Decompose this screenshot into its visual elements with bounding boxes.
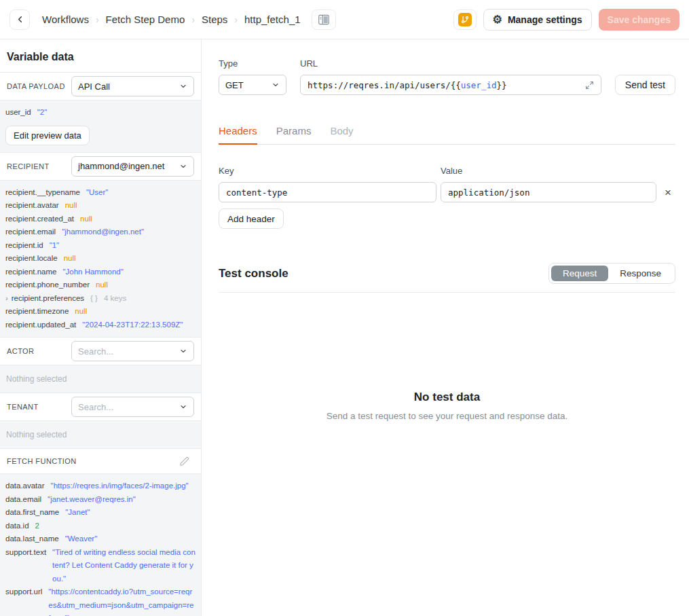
variable-key: data.last_name: [5, 532, 59, 546]
toggle-request-button[interactable]: Request: [551, 266, 608, 281]
breadcrumb-workflows[interactable]: Workflows: [42, 14, 89, 25]
recipient-select[interactable]: jhammond@ingen.net: [71, 156, 194, 177]
key-label: Key: [219, 166, 441, 176]
request-config-row: Type GET URL https://reqres.in/api/users…: [219, 58, 675, 95]
header-kv-labels: Key Value: [219, 166, 675, 176]
variable-row: data.id2: [5, 520, 195, 533]
variable-value: null: [64, 252, 76, 266]
actor-search-select[interactable]: Search...: [71, 341, 194, 361]
fetch-function-label: FETCH FUNCTION: [7, 457, 77, 465]
breadcrumb-separator: ›: [191, 14, 195, 25]
tenant-label: TENANT: [7, 403, 39, 411]
git-branch-icon: [458, 13, 472, 26]
variable-row: data.first_name"Janet": [5, 506, 195, 520]
variable-value: "John Hammond": [62, 266, 123, 279]
variable-value: 2: [35, 520, 39, 533]
breadcrumb-step-name[interactable]: http_fetch_1: [244, 14, 301, 25]
data-payload-preview-rows: user_id"2": [5, 106, 195, 120]
variable-row: recipient.email"jhammond@ingen.net": [5, 225, 195, 239]
url-variable-token: user_id: [461, 80, 497, 90]
sidebar-title: Variable data: [0, 39, 201, 73]
variable-value: "Janet": [65, 506, 90, 520]
variable-value: "2": [37, 106, 48, 120]
variable-value: null: [80, 213, 92, 226]
variable-key: recipient.id: [5, 239, 43, 253]
breadcrumb-steps[interactable]: Steps: [202, 14, 227, 25]
url-value: https://reqres.in/api/users/{{user_id}}: [308, 80, 585, 90]
data-payload-preview: user_id"2" Edit preview data: [0, 100, 201, 153]
variable-value: "https://reqres.in/img/faces/2-image.jpg…: [51, 479, 189, 493]
commit-status-button[interactable]: [453, 10, 477, 30]
variable-row: support.text"Tired of writing endless so…: [5, 546, 195, 586]
variable-row: data.email"janet.weaver@reqres.in": [5, 493, 195, 507]
toggle-response-button[interactable]: Response: [608, 266, 673, 281]
actor-row: ACTOR Search...: [0, 338, 201, 365]
header-kv-row: content-type application/json ×: [219, 182, 675, 202]
fetch-function-variable-list: data.avatar"https://reqres.in/img/faces/…: [0, 473, 201, 616]
close-icon: ×: [665, 186, 671, 199]
data-payload-select[interactable]: API Call: [71, 76, 194, 96]
data-payload-row: DATA PAYLOAD API Call: [0, 73, 201, 100]
tab-headers[interactable]: Headers: [219, 125, 257, 145]
recipient-row: RECIPIENT jhammond@ingen.net: [0, 153, 201, 180]
breadcrumb: Workflows › Fetch Step Demo › Steps › ht…: [42, 14, 301, 25]
url-input[interactable]: https://reqres.in/api/users/{{user_id}}: [300, 75, 601, 95]
chevron-right-icon[interactable]: ›: [5, 292, 8, 306]
variable-value: "Weaver": [65, 532, 98, 546]
variable-count: 4 keys: [104, 292, 126, 306]
variable-value: "Tired of writing endless social media c…: [52, 546, 195, 586]
variable-row: data.avatar"https://reqres.in/img/faces/…: [5, 479, 195, 493]
test-console-header: Test console Request Response: [219, 263, 675, 284]
toggle-sidebar-button[interactable]: [312, 10, 336, 30]
variable-row: recipient.id"1": [5, 239, 195, 253]
empty-state-subtitle: Send a test request to see your request …: [219, 411, 675, 421]
variable-row: recipient.avatarnull: [5, 199, 195, 213]
add-header-button[interactable]: Add header: [219, 209, 284, 229]
tab-body[interactable]: Body: [330, 125, 353, 144]
send-test-button[interactable]: Send test: [615, 75, 675, 95]
actor-empty-state: Nothing selected: [0, 365, 201, 393]
back-button[interactable]: [10, 10, 30, 30]
variable-row: data.last_name"Weaver": [5, 532, 195, 546]
request-tabs: Headers Params Body: [219, 125, 675, 145]
pencil-icon: [179, 456, 189, 467]
variable-key: support.url: [5, 585, 42, 599]
remove-header-button[interactable]: ×: [660, 187, 675, 198]
breadcrumb-separator: ›: [234, 14, 238, 25]
variable-key: recipient.phone_number: [5, 278, 90, 292]
expand-icon[interactable]: [585, 81, 594, 90]
variable-value: "janet.weaver@reqres.in": [48, 493, 136, 507]
empty-state-title: No test data: [219, 391, 675, 404]
variable-value: null: [75, 305, 87, 319]
edit-fetch-function-button[interactable]: [174, 452, 194, 470]
variable-row: user_id"2": [5, 106, 195, 120]
request-response-toggle: Request Response: [548, 263, 675, 284]
type-label: Type: [219, 58, 286, 69]
tenant-search-placeholder: Search...: [78, 402, 113, 412]
sidebar-panel-icon: [318, 14, 330, 25]
variable-key: recipient.__typename: [5, 186, 80, 200]
variable-row: recipient.updated_at"2024-04-23T17:22:13…: [5, 319, 195, 332]
variable-row: recipient.localenull: [5, 252, 195, 266]
header-key-input[interactable]: content-type: [219, 182, 436, 202]
variable-key: recipient.avatar: [5, 199, 59, 213]
recipient-selected-value: jhammond@ingen.net: [78, 161, 164, 171]
breadcrumb-workflow-name[interactable]: Fetch Step Demo: [106, 14, 185, 25]
save-changes-button[interactable]: Save changes: [599, 9, 679, 31]
chevron-down-icon: [179, 82, 187, 90]
breadcrumb-separator: ›: [96, 14, 99, 25]
edit-preview-data-button[interactable]: Edit preview data: [5, 126, 90, 145]
http-method-select[interactable]: GET: [219, 75, 286, 95]
chevron-down-icon: [272, 81, 280, 89]
tab-params[interactable]: Params: [276, 125, 312, 144]
header-value-input[interactable]: application/json: [441, 182, 656, 202]
variable-key: data.first_name: [5, 506, 59, 520]
tenant-empty-state: Nothing selected: [0, 420, 201, 449]
tenant-search-select[interactable]: Search...: [71, 397, 194, 417]
variable-key: recipient.updated_at: [5, 319, 76, 332]
manage-settings-button[interactable]: ⚙ Manage settings: [483, 9, 592, 31]
topbar-actions: ⚙ Manage settings Save changes: [453, 9, 679, 31]
url-field: URL https://reqres.in/api/users/{{user_i…: [300, 58, 601, 95]
variable-value: null: [96, 278, 108, 292]
variable-value: "User": [86, 186, 108, 200]
